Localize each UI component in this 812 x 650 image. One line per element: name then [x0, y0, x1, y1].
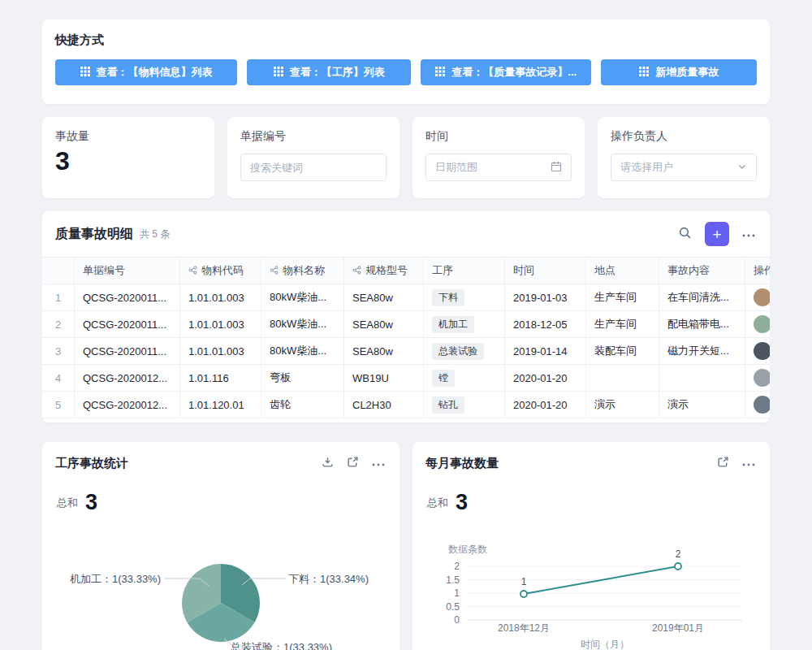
- table-row[interactable]: 4 QCSG-2020012... 1.01.116 弯板 WB19U 镗 20…: [42, 365, 770, 392]
- filter-row: 事故量 3 单据编号 时间 日期范围 操作负责人 请选择用户: [42, 117, 770, 198]
- header-content[interactable]: 事故内容: [659, 258, 745, 284]
- table-header-bar: 质量事故明细 共 5 条 +: [42, 211, 770, 257]
- view-material-list-button[interactable]: 查看：【物料信息】列表: [55, 59, 237, 85]
- add-accident-button[interactable]: 新增质量事故: [601, 59, 757, 85]
- button-label: 查看：【工序】列表: [290, 65, 385, 80]
- cell-doc: QCSG-2020011...: [75, 338, 180, 364]
- download-chart-button[interactable]: [320, 454, 335, 472]
- more-dots-icon: [742, 457, 755, 470]
- pie-chart[interactable]: [182, 564, 260, 642]
- cell-content: [659, 365, 745, 391]
- header-process[interactable]: 工序: [424, 258, 505, 284]
- total-label: 总和: [427, 496, 448, 514]
- chart-more-button[interactable]: [370, 456, 387, 471]
- column-label: 时间: [513, 263, 534, 278]
- process-accident-chart-card: 工序事故统计 总和 3 机加工：1(33.33%: [42, 442, 400, 650]
- cell-name: 弯板: [261, 365, 344, 391]
- cell-content: 演示: [659, 392, 745, 418]
- owner-filter-label: 操作负责人: [611, 129, 757, 144]
- table-row[interactable]: 2 QCSG-2020011... 1.01.01.003 80kW柴油... …: [42, 311, 770, 338]
- cell-content: 在车间清洗...: [659, 284, 745, 310]
- y-tick: 1: [454, 587, 460, 599]
- grid-icon: [274, 67, 283, 79]
- cell-content: 配电箱带电...: [659, 311, 745, 337]
- process-tag: 机加工: [432, 316, 474, 333]
- table-row[interactable]: 1 QCSG-2020011... 1.01.01.003 80kW柴油... …: [42, 284, 770, 311]
- table-row-count: 共 5 条: [140, 228, 170, 241]
- y-tick: 2: [454, 561, 460, 572]
- date-range-picker[interactable]: 日期范围: [425, 154, 572, 181]
- shortcuts-title: 快捷方式: [55, 32, 757, 48]
- x-axis-title: 时间（月）: [581, 639, 629, 650]
- time-filter-label: 时间: [425, 129, 572, 144]
- cell-code: 1.01.01.003: [180, 338, 261, 364]
- column-label: 工序: [432, 263, 453, 278]
- chart-more-button[interactable]: [741, 456, 757, 471]
- pie-label-xialiao: 下料：1(33.34%): [288, 572, 369, 587]
- header-doc[interactable]: 单据编号: [75, 258, 180, 284]
- cell-place: 生产车间: [586, 284, 659, 310]
- expand-chart-button[interactable]: [345, 454, 361, 472]
- avatar: [754, 369, 770, 387]
- shortcuts-button-row: 查看：【物料信息】列表 查看：【工序】列表 查看：【质量事故记录】... 新增质…: [55, 59, 757, 85]
- chevron-down-icon: [737, 162, 747, 174]
- stat-label: 事故量: [55, 129, 201, 144]
- time-filter-card: 时间 日期范围: [412, 117, 585, 198]
- header-name[interactable]: 物料名称: [261, 258, 344, 284]
- link-field-icon: [188, 265, 197, 277]
- x-tick-2: 2019年01月: [652, 622, 704, 634]
- header-owner[interactable]: 操作负责人: [745, 258, 770, 284]
- add-record-button[interactable]: +: [705, 222, 729, 246]
- owner-filter-card: 操作负责人 请选择用户: [598, 117, 770, 198]
- line-chart-title: 每月事故数量: [425, 456, 499, 471]
- view-accident-record-button[interactable]: 查看：【质量事故记录】...: [421, 59, 591, 85]
- header-time[interactable]: 时间: [505, 258, 586, 284]
- header-place[interactable]: 地点: [586, 258, 659, 284]
- data-point-2: [675, 563, 681, 570]
- cell-place: [586, 365, 659, 391]
- cell-name: 80kW柴油...: [261, 311, 344, 337]
- button-label: 新增质量事故: [655, 65, 719, 80]
- calendar-icon: [551, 161, 562, 175]
- cell-owner: [745, 338, 770, 364]
- table-row[interactable]: 3 QCSG-2020011... 1.01.01.003 80kW柴油... …: [42, 338, 770, 365]
- cell-code: 1.01.116: [180, 365, 261, 391]
- column-label: 地点: [594, 263, 615, 278]
- header-code[interactable]: 物料代码: [180, 258, 261, 284]
- table-row[interactable]: 5 QCSG-2020012... 1.01.120.01 齿轮 CL2H30 …: [42, 392, 770, 418]
- view-process-list-button[interactable]: 查看：【工序】列表: [247, 59, 411, 85]
- doc-search-input[interactable]: [240, 154, 387, 181]
- expand-icon: [717, 456, 729, 470]
- line-total: 总和 3: [427, 492, 770, 514]
- expand-chart-button[interactable]: [715, 454, 731, 472]
- button-label: 查看：【质量事故记录】...: [451, 65, 577, 80]
- grid-icon: [435, 67, 445, 79]
- table-more-button[interactable]: [741, 227, 757, 242]
- avatar: [754, 315, 770, 333]
- cell-process: 下料: [424, 284, 505, 310]
- data-point-1: [520, 591, 527, 597]
- total-label: 总和: [57, 496, 78, 514]
- cell-code: 1.01.01.003: [180, 311, 261, 337]
- column-label: 事故内容: [667, 263, 710, 278]
- header-index: [42, 258, 75, 284]
- accident-detail-card: 质量事故明细 共 5 条 + 单据编号 物料代码 物料名称 规格型号 工序 时间…: [42, 211, 770, 422]
- table-search-button[interactable]: [676, 224, 693, 244]
- download-icon: [322, 456, 334, 470]
- header-spec[interactable]: 规格型号: [344, 258, 424, 284]
- cell-process: 总装试验: [424, 338, 505, 364]
- user-select-placeholder: 请选择用户: [620, 160, 673, 175]
- date-range-placeholder: 日期范围: [435, 160, 477, 175]
- grid-icon: [639, 67, 649, 79]
- user-select[interactable]: 请选择用户: [611, 154, 757, 181]
- avatar: [754, 288, 770, 306]
- column-label: 物料代码: [201, 263, 244, 278]
- row-index: 5: [42, 392, 75, 418]
- column-label: 单据编号: [83, 263, 125, 278]
- cell-spec: SEA80w: [344, 338, 424, 364]
- process-tag: 总装试验: [432, 343, 484, 360]
- cell-process: 机加工: [424, 311, 505, 337]
- pie-chart-header: 工序事故统计: [42, 442, 400, 472]
- cell-code: 1.01.120.01: [180, 392, 261, 418]
- cell-place: 演示: [586, 392, 659, 418]
